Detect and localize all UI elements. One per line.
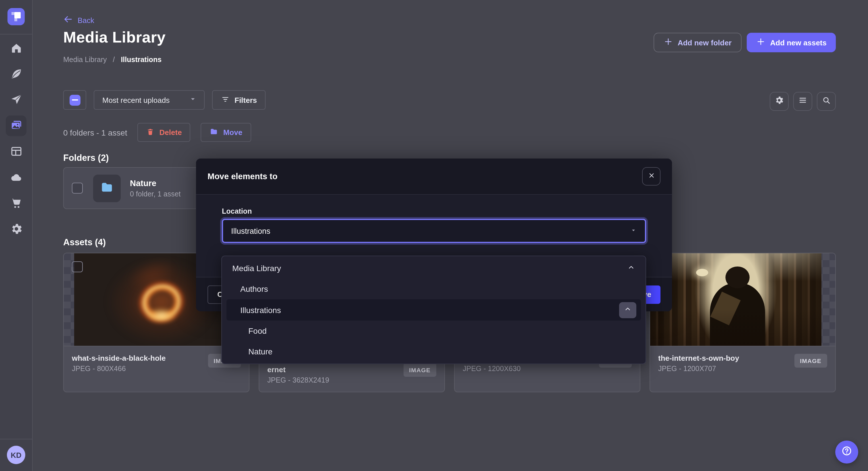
location-combobox[interactable]: Illustrations	[222, 219, 646, 243]
question-icon	[840, 445, 853, 460]
media-library-page: KD Back Media Library Media Library / Il…	[0, 0, 868, 471]
feather-icon	[9, 67, 23, 83]
configure-view-button[interactable]	[770, 92, 789, 111]
home-icon	[9, 41, 23, 57]
tree-item-food[interactable]: Food	[222, 320, 646, 341]
sidebar: KD	[0, 0, 33, 471]
location-value: Illustrations	[231, 227, 271, 235]
folder-icon	[99, 179, 114, 197]
sidebar-bottom-divider	[0, 439, 32, 439]
folders-heading: Folders (2)	[63, 153, 108, 163]
indeterminate-checkbox	[69, 95, 80, 105]
trash-icon	[146, 127, 155, 138]
folder-checkbox[interactable]	[72, 183, 83, 194]
filters-button[interactable]: Filters	[212, 90, 266, 110]
sidebar-divider	[0, 34, 32, 34]
tree-item-media-library[interactable]: Media Library	[222, 258, 646, 278]
move-button[interactable]: Move	[201, 123, 251, 142]
tree-item-authors[interactable]: Authors	[222, 278, 646, 299]
page-title: Media Library	[63, 29, 165, 46]
asset-type-badge: IMAGE	[794, 354, 827, 368]
help-button[interactable]	[835, 441, 858, 464]
asset-card-internet-own-boy[interactable]: the-internet-s-own-boy JPEG - 1200X707 I…	[650, 253, 836, 392]
asset-thumbnail	[650, 253, 835, 346]
filter-icon	[221, 95, 230, 105]
chevron-up-icon	[624, 305, 632, 315]
chevron-up-icon[interactable]	[627, 263, 635, 273]
cart-icon	[9, 196, 23, 212]
paper-plane-icon	[9, 93, 23, 108]
breadcrumb-parent[interactable]: Media Library	[63, 56, 106, 64]
asset-title: the-internet-s-own-boy	[658, 354, 739, 363]
add-new-folder-button[interactable]: Add new folder	[654, 33, 742, 52]
gear-icon	[9, 222, 23, 238]
asset-dimensions: JPEG - 1200X707	[658, 365, 739, 373]
asset-title: ernet	[267, 365, 329, 374]
strapi-logo[interactable]	[7, 8, 25, 25]
images-icon	[9, 118, 23, 134]
asset-checkbox[interactable]	[72, 261, 83, 272]
breadcrumb-separator: /	[113, 56, 115, 64]
user-avatar[interactable]: KD	[7, 446, 25, 464]
assets-heading: Assets (4)	[63, 237, 106, 247]
search-button[interactable]	[817, 92, 836, 111]
list-view-button[interactable]	[793, 92, 812, 111]
modal-close-button[interactable]	[642, 167, 660, 186]
gear-icon	[774, 95, 784, 107]
location-dropdown: Media Library Authors Illustrations Food…	[221, 256, 646, 364]
plus-icon	[755, 37, 765, 48]
breadcrumb: Media Library / Illustrations	[63, 56, 161, 64]
sidebar-item-releases[interactable]	[6, 93, 26, 107]
tree-item-illustrations[interactable]: Illustrations	[226, 300, 641, 320]
list-icon	[798, 95, 808, 107]
sidebar-item-cloud[interactable]	[6, 171, 26, 184]
back-label: Back	[78, 16, 94, 25]
asset-type-badge: IMAGE	[403, 363, 436, 377]
asset-dimensions: JPEG - 1200X630	[463, 365, 521, 373]
library-image	[650, 253, 822, 346]
collapse-button[interactable]	[619, 302, 636, 318]
cloud-icon	[9, 171, 23, 186]
select-all-checkbox[interactable]	[63, 90, 86, 110]
folder-meta: 0 folder, 1 asset	[130, 190, 181, 198]
caret-down-icon	[189, 95, 197, 105]
delete-button[interactable]: Delete	[138, 123, 191, 142]
sidebar-item-home[interactable]	[6, 41, 26, 55]
folder-name: Nature	[130, 178, 181, 188]
sort-select[interactable]: Most recent uploads	[94, 90, 205, 110]
folder-tile	[93, 174, 121, 202]
sidebar-item-marketplace[interactable]	[6, 196, 26, 210]
layout-icon	[9, 145, 23, 160]
search-icon	[822, 95, 831, 107]
back-link[interactable]: Back	[63, 14, 94, 26]
asset-title: what-s-inside-a-black-hole	[72, 354, 166, 363]
close-icon	[647, 171, 656, 182]
sidebar-item-settings[interactable]	[6, 222, 26, 236]
selection-summary: 0 folders - 1 asset	[63, 128, 127, 137]
sidebar-item-content-type-builder[interactable]	[6, 145, 26, 159]
location-label: Location	[222, 207, 646, 215]
back-arrow-icon	[63, 14, 73, 26]
sidebar-item-media-library[interactable]	[6, 115, 26, 136]
folder-icon	[210, 127, 219, 138]
asset-dimensions: JPEG - 3628X2419	[267, 376, 329, 384]
tree-item-nature[interactable]: Nature	[222, 341, 646, 362]
sidebar-item-content-manager[interactable]	[6, 67, 26, 81]
sidebar-nav	[0, 41, 32, 236]
breadcrumb-current: Illustrations	[121, 56, 161, 64]
caret-down-icon	[630, 227, 637, 235]
modal-title: Move elements to	[208, 172, 277, 181]
plus-icon	[663, 37, 673, 48]
asset-dimensions: JPEG - 800X466	[72, 365, 166, 373]
add-new-assets-button[interactable]: Add new assets	[746, 33, 836, 52]
